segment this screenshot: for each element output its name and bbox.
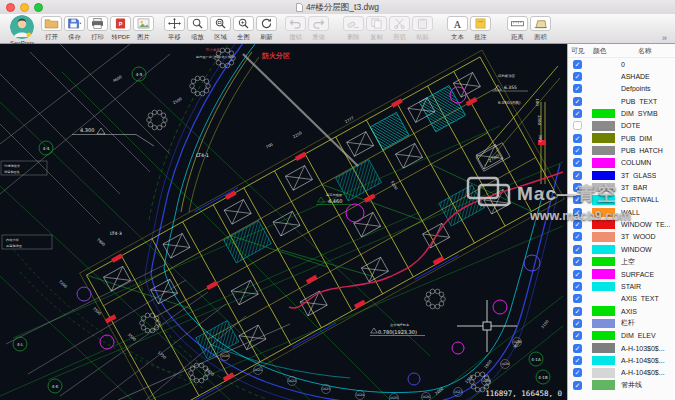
layer-row: ✓A-H-104$0$... [568, 367, 675, 379]
layer-visibility-checkbox[interactable]: ✓ [573, 134, 582, 143]
layer-visibility-checkbox[interactable]: ✓ [573, 331, 582, 340]
layer-visibility-checkbox[interactable]: ✓ [573, 60, 582, 69]
layer-visibility-checkbox[interactable]: ✓ [573, 158, 582, 167]
toolbar-item-folder-open[interactable]: 打开 [40, 16, 63, 42]
layer-visibility-checkbox[interactable]: ✓ [573, 245, 582, 254]
layer-visibility-checkbox[interactable]: ✓ [573, 381, 582, 390]
layer-color-swatch[interactable] [592, 133, 615, 143]
grid-bubble-label: 4-1A [531, 357, 541, 362]
layer-visibility-checkbox[interactable]: ✓ [573, 195, 582, 204]
grid-bubble-label: 4-K [52, 384, 59, 389]
layer-visibility-checkbox[interactable]: ✓ [573, 294, 582, 303]
toolbar-item-refresh[interactable]: 刷新 [255, 16, 278, 42]
toolbar-item-distance[interactable]: 距离 [506, 16, 529, 42]
note-icon[interactable] [470, 16, 491, 31]
distance-icon[interactable] [507, 16, 528, 31]
toolbar-overflow-chevron[interactable]: » [662, 33, 667, 43]
layer-visibility-checkbox[interactable]: ✓ [573, 307, 582, 316]
layer-color-swatch[interactable] [592, 158, 615, 168]
user-account[interactable]: SenPngx [4, 15, 40, 46]
layer-color-swatch[interactable] [592, 306, 615, 316]
toolbar-item-printer[interactable]: 打印 [86, 16, 109, 42]
text-icon[interactable]: A [447, 16, 468, 31]
layer-row: ✓3T_WOOD [568, 231, 675, 243]
area-icon[interactable] [530, 16, 551, 31]
copy-icon [366, 16, 387, 31]
layer-color-swatch[interactable] [592, 109, 615, 119]
layer-color-swatch[interactable] [592, 343, 615, 353]
layer-visibility-checkbox[interactable]: ✓ [573, 72, 582, 81]
zoom-extents-icon[interactable] [233, 16, 254, 31]
toolbar-item-pan[interactable]: 平移 [163, 16, 186, 42]
toolbar-item-text[interactable]: A文本 [446, 16, 469, 42]
toolbar-item-zoom[interactable]: 缩放 [186, 16, 209, 42]
folder-open-icon[interactable] [41, 16, 62, 31]
layer-visibility-checkbox[interactable]: ✓ [573, 356, 582, 365]
layer-color-swatch[interactable] [592, 282, 615, 292]
cad-drawing-canvas[interactable]: 2700 防火分区 防火卷帘 由内至厂房合拢处依次施工 4.300 结构板顶面 … [0, 44, 567, 400]
toolbar-item-area[interactable]: 面积 [529, 16, 552, 42]
layer-visibility-checkbox[interactable]: ✓ [573, 368, 582, 377]
layer-visibility-checkbox[interactable]: ✓ [573, 97, 582, 106]
layer-visibility-checkbox[interactable] [573, 121, 582, 130]
layer-visibility-checkbox[interactable]: ✓ [573, 319, 582, 328]
pan-icon[interactable] [164, 16, 185, 31]
close-button[interactable] [6, 3, 15, 12]
layer-color-swatch[interactable] [592, 220, 615, 230]
grid-bubble-label: 4-1B [538, 375, 548, 380]
layer-visibility-checkbox[interactable]: ✓ [573, 84, 582, 93]
dim-label: 300 [538, 134, 543, 142]
refresh-icon[interactable] [256, 16, 277, 31]
layer-visibility-checkbox[interactable]: ✓ [573, 146, 582, 155]
toolbar-item-zoom-extents[interactable]: 全图 [232, 16, 255, 42]
layer-color-swatch[interactable] [592, 368, 615, 378]
image-icon[interactable] [133, 16, 154, 31]
layer-name: 3T_WOOD [621, 233, 656, 240]
layer-visibility-checkbox[interactable]: ✓ [573, 220, 582, 229]
layer-visibility-checkbox[interactable]: ✓ [573, 282, 582, 291]
toolbar-item-image[interactable]: 图片 [132, 16, 155, 42]
layer-visibility-checkbox[interactable]: ✓ [573, 208, 582, 217]
layer-panel: 可见 颜色 名称 ✓0✓ASHADE✓Defpoints✓PUB_TEXT✓DI… [567, 44, 675, 400]
layer-visibility-checkbox[interactable]: ✓ [573, 171, 582, 180]
layer-color-swatch[interactable] [592, 171, 615, 181]
zoom-region-icon[interactable] [210, 16, 231, 31]
zoom-icon[interactable] [187, 16, 208, 31]
layer-color-swatch[interactable] [592, 269, 615, 279]
toolbar-item-pdf[interactable]: P转PDF [109, 16, 132, 42]
layer-visibility-checkbox[interactable]: ✓ [573, 270, 582, 279]
layer-color-swatch[interactable] [592, 319, 615, 329]
layer-visibility-checkbox[interactable]: ✓ [573, 257, 582, 266]
layer-visibility-checkbox[interactable]: ✓ [573, 344, 582, 353]
layer-color-swatch[interactable] [592, 183, 615, 193]
printer-icon[interactable] [87, 16, 108, 31]
layer-color-swatch[interactable] [592, 208, 615, 218]
save-icon[interactable] [64, 16, 85, 31]
toolbar-item-zoom-region[interactable]: 区域 [209, 16, 232, 42]
layer-color-swatch[interactable] [592, 232, 615, 242]
toolbar-item-save[interactable]: 保存 [63, 16, 86, 42]
layer-color-swatch[interactable] [592, 380, 615, 390]
toolbar-item-label: 撤销 [289, 33, 301, 42]
layer-color-swatch[interactable] [592, 195, 615, 205]
layer-name: 上空 [621, 257, 635, 267]
layer-color-swatch[interactable] [592, 245, 615, 255]
layer-row: ✓栏杆 [568, 317, 675, 329]
grid-bubble-label: 4-4 [43, 146, 50, 151]
layer-color-swatch[interactable] [592, 146, 615, 156]
layer-color-swatch[interactable] [592, 356, 615, 366]
layer-row: ✓PUB_HATCH [568, 144, 675, 156]
toolbar-item-note[interactable]: 批注 [469, 16, 492, 42]
layer-color-swatch[interactable] [592, 331, 615, 341]
circled-dim-label: 1622 [288, 379, 296, 383]
zoom-button[interactable] [34, 3, 43, 12]
minimize-button[interactable] [20, 3, 29, 12]
pdf-icon[interactable]: P [110, 16, 131, 31]
layer-visibility-checkbox[interactable]: ✓ [573, 232, 582, 241]
layer-color-swatch[interactable] [592, 121, 615, 131]
layer-name: WINDOW [621, 246, 652, 253]
layer-visibility-checkbox[interactable]: ✓ [573, 109, 582, 118]
layer-color-swatch[interactable] [592, 257, 615, 267]
layer-visibility-checkbox[interactable]: ✓ [573, 183, 582, 192]
avatar[interactable] [10, 15, 34, 39]
